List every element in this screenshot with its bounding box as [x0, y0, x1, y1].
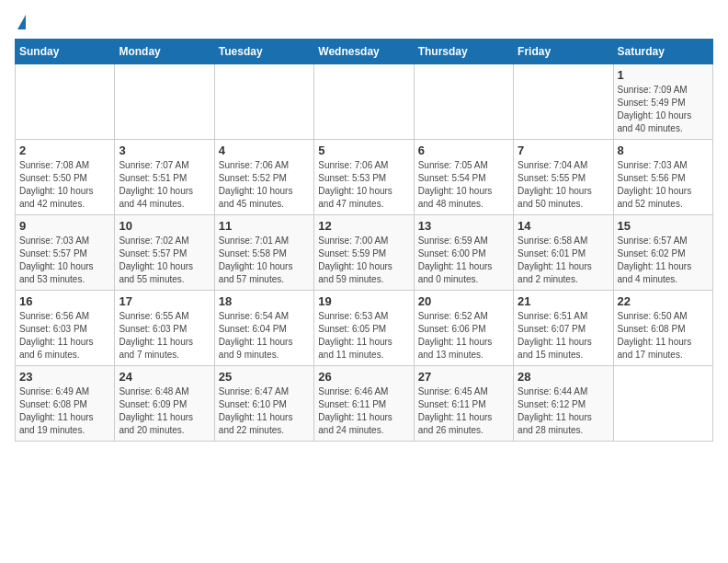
day-number: 24 [119, 370, 210, 384]
calendar-header-row: SundayMondayTuesdayWednesdayThursdayFrid… [16, 40, 713, 64]
weekday-header-friday: Friday [514, 40, 613, 64]
day-info: Sunrise: 6:49 AM Sunset: 6:08 PM Dayligh… [19, 385, 110, 437]
calendar-cell: 6Sunrise: 7:05 AM Sunset: 5:54 PM Daylig… [414, 140, 513, 215]
day-info: Sunrise: 7:07 AM Sunset: 5:51 PM Dayligh… [119, 159, 210, 211]
day-info: Sunrise: 7:00 AM Sunset: 5:59 PM Dayligh… [318, 235, 409, 286]
day-info: Sunrise: 7:08 AM Sunset: 5:50 PM Dayligh… [19, 159, 110, 211]
calendar-cell: 2Sunrise: 7:08 AM Sunset: 5:50 PM Daylig… [16, 140, 115, 215]
calendar-cell: 21Sunrise: 6:51 AM Sunset: 6:07 PM Dayli… [514, 291, 613, 366]
logo-triangle-icon [17, 15, 26, 29]
calendar-cell: 20Sunrise: 6:52 AM Sunset: 6:06 PM Dayli… [414, 291, 513, 366]
calendar-week-row: 9Sunrise: 7:03 AM Sunset: 5:57 PM Daylig… [16, 215, 713, 291]
calendar-cell: 27Sunrise: 6:45 AM Sunset: 6:11 PM Dayli… [414, 366, 513, 442]
calendar-table: SundayMondayTuesdayWednesdayThursdayFrid… [15, 39, 713, 442]
weekday-header-thursday: Thursday [414, 40, 513, 64]
day-info: Sunrise: 7:06 AM Sunset: 5:53 PM Dayligh… [318, 159, 409, 211]
day-number: 7 [518, 144, 609, 157]
day-info: Sunrise: 6:59 AM Sunset: 6:00 PM Dayligh… [418, 235, 509, 286]
calendar-week-row: 23Sunrise: 6:49 AM Sunset: 6:08 PM Dayli… [16, 366, 713, 442]
weekday-header-tuesday: Tuesday [214, 40, 313, 64]
page-header [15, 15, 713, 31]
calendar-cell: 1Sunrise: 7:09 AM Sunset: 5:49 PM Daylig… [613, 64, 712, 140]
day-info: Sunrise: 6:51 AM Sunset: 6:07 PM Dayligh… [518, 310, 609, 362]
calendar-cell: 13Sunrise: 6:59 AM Sunset: 6:00 PM Dayli… [414, 215, 513, 291]
day-info: Sunrise: 7:02 AM Sunset: 5:57 PM Dayligh… [119, 235, 210, 286]
weekday-header-wednesday: Wednesday [314, 40, 414, 64]
day-number: 17 [119, 294, 210, 308]
day-number: 14 [518, 219, 609, 233]
calendar-cell: 15Sunrise: 6:57 AM Sunset: 6:02 PM Dayli… [613, 215, 712, 291]
calendar-cell: 4Sunrise: 7:06 AM Sunset: 5:52 PM Daylig… [214, 140, 313, 215]
day-info: Sunrise: 7:01 AM Sunset: 5:58 PM Dayligh… [219, 235, 310, 286]
calendar-cell [613, 366, 712, 442]
day-info: Sunrise: 6:57 AM Sunset: 6:02 PM Dayligh… [618, 235, 709, 286]
calendar-cell: 25Sunrise: 6:47 AM Sunset: 6:10 PM Dayli… [214, 366, 313, 442]
day-info: Sunrise: 7:04 AM Sunset: 5:55 PM Dayligh… [518, 159, 609, 211]
calendar-cell: 28Sunrise: 6:44 AM Sunset: 6:12 PM Dayli… [514, 366, 613, 442]
day-info: Sunrise: 6:48 AM Sunset: 6:09 PM Dayligh… [119, 385, 210, 437]
day-number: 3 [119, 144, 210, 157]
calendar-cell [16, 64, 115, 140]
day-info: Sunrise: 6:46 AM Sunset: 6:11 PM Dayligh… [318, 385, 409, 437]
day-number: 10 [119, 219, 210, 233]
day-number: 9 [19, 219, 110, 233]
day-number: 26 [318, 370, 409, 384]
day-info: Sunrise: 7:05 AM Sunset: 5:54 PM Dayligh… [418, 159, 509, 211]
calendar-cell: 22Sunrise: 6:50 AM Sunset: 6:08 PM Dayli… [613, 291, 712, 366]
calendar-cell: 18Sunrise: 6:54 AM Sunset: 6:04 PM Dayli… [214, 291, 313, 366]
calendar-cell: 23Sunrise: 6:49 AM Sunset: 6:08 PM Dayli… [16, 366, 115, 442]
logo [15, 15, 26, 31]
day-number: 16 [19, 294, 110, 308]
calendar-week-row: 1Sunrise: 7:09 AM Sunset: 5:49 PM Daylig… [16, 64, 713, 140]
day-number: 12 [318, 219, 409, 233]
day-number: 27 [418, 370, 509, 384]
day-number: 15 [618, 219, 709, 233]
calendar-cell [514, 64, 613, 140]
calendar-cell: 8Sunrise: 7:03 AM Sunset: 5:56 PM Daylig… [613, 140, 712, 215]
day-number: 19 [318, 294, 409, 308]
day-info: Sunrise: 6:44 AM Sunset: 6:12 PM Dayligh… [518, 385, 609, 437]
day-number: 22 [618, 294, 709, 308]
calendar-cell: 14Sunrise: 6:58 AM Sunset: 6:01 PM Dayli… [514, 215, 613, 291]
weekday-header-saturday: Saturday [613, 40, 712, 64]
calendar-cell: 11Sunrise: 7:01 AM Sunset: 5:58 PM Dayli… [214, 215, 313, 291]
calendar-week-row: 16Sunrise: 6:56 AM Sunset: 6:03 PM Dayli… [16, 291, 713, 366]
day-number: 6 [418, 144, 509, 157]
day-info: Sunrise: 6:54 AM Sunset: 6:04 PM Dayligh… [219, 310, 310, 362]
calendar-week-row: 2Sunrise: 7:08 AM Sunset: 5:50 PM Daylig… [16, 140, 713, 215]
day-number: 25 [219, 370, 310, 384]
day-info: Sunrise: 6:53 AM Sunset: 6:05 PM Dayligh… [318, 310, 409, 362]
calendar-cell: 12Sunrise: 7:00 AM Sunset: 5:59 PM Dayli… [314, 215, 414, 291]
calendar-cell: 9Sunrise: 7:03 AM Sunset: 5:57 PM Daylig… [16, 215, 115, 291]
day-info: Sunrise: 7:03 AM Sunset: 5:56 PM Dayligh… [618, 159, 709, 211]
calendar-cell: 26Sunrise: 6:46 AM Sunset: 6:11 PM Dayli… [314, 366, 414, 442]
day-info: Sunrise: 6:56 AM Sunset: 6:03 PM Dayligh… [19, 310, 110, 362]
day-number: 4 [219, 144, 310, 157]
day-number: 20 [418, 294, 509, 308]
day-number: 28 [518, 370, 609, 384]
day-info: Sunrise: 6:47 AM Sunset: 6:10 PM Dayligh… [219, 385, 310, 437]
calendar-cell: 17Sunrise: 6:55 AM Sunset: 6:03 PM Dayli… [115, 291, 214, 366]
day-info: Sunrise: 7:03 AM Sunset: 5:57 PM Dayligh… [19, 235, 110, 286]
day-number: 21 [518, 294, 609, 308]
calendar-cell: 3Sunrise: 7:07 AM Sunset: 5:51 PM Daylig… [115, 140, 214, 215]
calendar-cell [314, 64, 414, 140]
day-number: 11 [219, 219, 310, 233]
calendar-cell: 24Sunrise: 6:48 AM Sunset: 6:09 PM Dayli… [115, 366, 214, 442]
day-number: 8 [618, 144, 709, 157]
calendar-cell: 19Sunrise: 6:53 AM Sunset: 6:05 PM Dayli… [314, 291, 414, 366]
calendar-cell [414, 64, 513, 140]
day-number: 13 [418, 219, 509, 233]
day-number: 1 [618, 68, 709, 82]
calendar-cell: 10Sunrise: 7:02 AM Sunset: 5:57 PM Dayli… [115, 215, 214, 291]
day-number: 18 [219, 294, 310, 308]
day-info: Sunrise: 7:06 AM Sunset: 5:52 PM Dayligh… [219, 159, 310, 211]
calendar-cell: 5Sunrise: 7:06 AM Sunset: 5:53 PM Daylig… [314, 140, 414, 215]
day-info: Sunrise: 6:55 AM Sunset: 6:03 PM Dayligh… [119, 310, 210, 362]
calendar-cell: 16Sunrise: 6:56 AM Sunset: 6:03 PM Dayli… [16, 291, 115, 366]
calendar-cell [115, 64, 214, 140]
day-info: Sunrise: 6:45 AM Sunset: 6:11 PM Dayligh… [418, 385, 509, 437]
day-number: 2 [19, 144, 110, 157]
day-number: 5 [318, 144, 409, 157]
day-info: Sunrise: 6:50 AM Sunset: 6:08 PM Dayligh… [618, 310, 709, 362]
